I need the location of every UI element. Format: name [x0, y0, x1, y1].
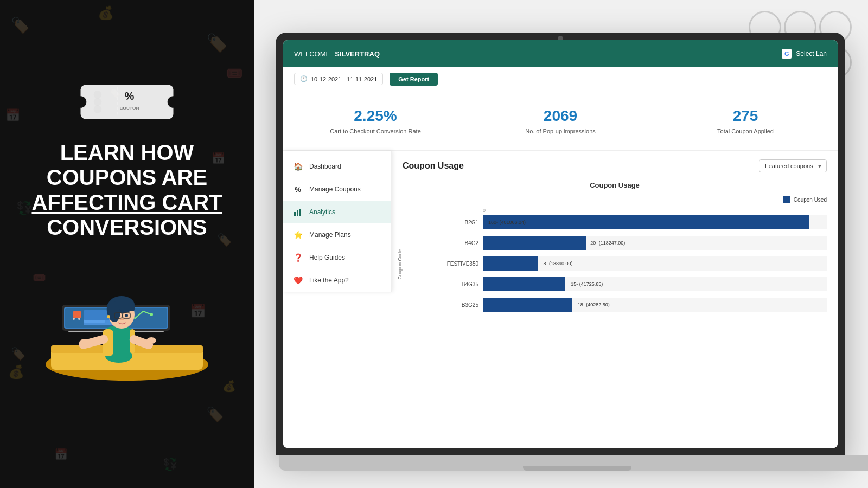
sidebar-item-like-app-label: Like the App? — [309, 277, 349, 284]
bar-value: 20- (118247.00) — [590, 240, 625, 246]
stats-row: 2.25% Cart to Checkout Conversion Rate 2… — [283, 91, 838, 151]
right-panel: WELCOME SILVERTRAQ G Select Lan 🕐 10-12-… — [254, 0, 868, 488]
svg-point-8 — [94, 105, 101, 113]
bar-label: B3G25 — [435, 302, 478, 308]
bar-track: 20- (118247.00) — [483, 236, 827, 250]
stat-label-conversion: Cart to Checkout Conversion Rate — [330, 128, 421, 134]
headline-line2: COUPONS ARE — [47, 165, 207, 189]
svg-text:COUPON: COUPON — [120, 106, 139, 111]
svg-text:%: % — [125, 90, 135, 102]
stat-value-popup: 2069 — [544, 107, 577, 125]
sidebar-item-manage-plans-label: Manage Plans — [309, 231, 351, 239]
sidebar-item-help-guides-label: Help Guides — [309, 254, 345, 261]
chart-legend: Coupon Used — [403, 196, 827, 203]
left-panel: 🏷️ 🏷️ 💰 🎟️ 📅 📅 💱 🏷️ 🏷️ 💰 🏷️ 📅 💱 🎟️ 📅 🏷️ … — [0, 0, 254, 488]
headline: LEARN HOW COUPONS ARE AFFECTING CART CON… — [16, 140, 238, 240]
svg-rect-49 — [297, 210, 298, 216]
laptop-wrapper: WELCOME SILVERTRAQ G Select Lan 🕐 10-12-… — [276, 33, 868, 488]
sidebar-item-manage-plans[interactable]: ⭐ Manage Plans — [283, 223, 391, 246]
bar-row-b4g2: B4G2 20- (118247.00) — [435, 236, 827, 250]
bar-row-b4g35: B4G35 15- (41725.65) — [435, 277, 827, 291]
headline-line1: LEARN HOW — [60, 140, 194, 164]
zero-line: 0 — [435, 208, 827, 213]
svg-point-37 — [120, 318, 124, 320]
svg-point-35 — [117, 314, 120, 317]
content-title: Coupon Usage — [403, 161, 464, 171]
svg-point-41 — [78, 318, 80, 320]
bar-label: B4G35 — [435, 281, 478, 287]
laptop-base — [279, 455, 868, 471]
select-language[interactable]: Select Lan — [796, 50, 827, 57]
chart-title: Coupon Usage — [403, 181, 827, 189]
sidebar-item-analytics[interactable]: Analytics — [283, 201, 391, 223]
help-icon: ❓ — [293, 253, 303, 262]
stat-card-conversion: 2.25% Cart to Checkout Conversion Rate — [283, 91, 468, 150]
y-axis-label: Coupon Code — [397, 249, 403, 280]
bar-fill: 20- (118247.00) — [483, 236, 586, 250]
bar-value: 160- (401066.24) — [488, 220, 526, 225]
svg-point-7 — [94, 98, 101, 106]
sidebar-item-help-guides[interactable]: ❓ Help Guides — [283, 246, 391, 269]
sidebar-item-manage-coupons-label: Manage Coupons — [309, 185, 361, 193]
bar-track: 8- (18890.00) — [483, 256, 827, 271]
sidebar-item-manage-coupons[interactable]: % Manage Coupons — [283, 178, 391, 201]
app-header: WELCOME SILVERTRAQ G Select Lan — [283, 40, 838, 67]
bar-track: 160- (401066.24) — [483, 215, 827, 229]
bar-row-festive350: FESTIVE350 8- (18890.00) — [435, 256, 827, 271]
svg-point-38 — [107, 315, 110, 318]
left-content: % COUPON LEARN HOW COUPONS ARE AFFECTING… — [0, 75, 254, 381]
bar-label: B2G1 — [435, 220, 478, 226]
bar-label: B4G2 — [435, 240, 478, 246]
bar-track: 18- (40282.50) — [483, 298, 827, 312]
stat-label-coupon: Total Coupon Applied — [717, 128, 774, 134]
legend-color — [783, 196, 790, 203]
bar-fill — [483, 298, 572, 312]
calendar-icon: 🕐 — [300, 75, 308, 82]
svg-point-40 — [73, 318, 75, 320]
sidebar-item-dashboard[interactable]: 🏠 Dashboard — [283, 155, 391, 178]
bar-fill — [483, 256, 538, 271]
svg-point-6 — [94, 91, 101, 98]
character-illustration — [35, 251, 219, 381]
sidebar-item-analytics-label: Analytics — [309, 208, 335, 216]
laptop-frame: WELCOME SILVERTRAQ G Select Lan 🕐 10-12-… — [276, 33, 845, 455]
username: SILVERTRAQ — [335, 50, 380, 58]
filter-select[interactable]: Featured coupons — [759, 159, 827, 172]
app-header-left: WELCOME SILVERTRAQ — [294, 50, 380, 58]
svg-point-19 — [150, 313, 153, 316]
get-report-button[interactable]: Get Report — [390, 73, 438, 86]
date-bar: 🕐 10-12-2021 - 11-11-2021 Get Report — [283, 67, 838, 91]
bar-value: 8- (18890.00) — [543, 261, 572, 266]
dashboard-icon: 🏠 — [293, 162, 303, 171]
stat-value-conversion: 2.25% — [354, 107, 397, 125]
sidebar-item-like-app[interactable]: ❤️ Like the App? — [283, 269, 391, 292]
stat-card-coupon: 275 Total Coupon Applied — [653, 91, 838, 150]
main-layout: 🏠 Dashboard % Manage Coupons — [283, 151, 838, 448]
svg-rect-48 — [294, 212, 296, 216]
svg-point-27 — [146, 337, 156, 344]
date-range-input[interactable]: 🕐 10-12-2021 - 11-11-2021 — [294, 73, 383, 85]
stat-value-coupon: 275 — [733, 107, 758, 125]
google-icon: G — [782, 49, 792, 59]
sidebar-item-dashboard-label: Dashboard — [309, 163, 341, 170]
svg-rect-39 — [73, 311, 81, 318]
analytics-icon — [293, 207, 303, 217]
bar-label: FESTIVE350 — [435, 261, 478, 267]
coupon-icon: % COUPON — [78, 75, 176, 129]
bar-row-b2g1: B2G1 160- (401066.24) — [435, 215, 827, 229]
stat-label-popup: No. of Pop-up impressions — [525, 128, 596, 134]
welcome-prefix: WELCOME — [294, 50, 330, 58]
sidebar-nav: 🏠 Dashboard % Manage Coupons — [283, 151, 392, 292]
bar-value: 18- (40282.50) — [578, 302, 610, 307]
header-right[interactable]: G Select Lan — [782, 49, 827, 59]
bar-chart: Coupon Code 0 B2G1 160- (401066.24) — [403, 208, 827, 312]
bar-fill — [483, 277, 565, 291]
bar-fill: 160- (401066.24) — [483, 215, 809, 229]
legend-label: Coupon Used — [794, 197, 827, 203]
star-icon: ⭐ — [293, 230, 303, 240]
chart-container: Coupon Usage Coupon Used Coupon Code 0 — [403, 181, 827, 312]
stat-card-popup: 2069 No. of Pop-up impressions — [468, 91, 653, 150]
bar-value: 15- (41725.65) — [571, 281, 603, 287]
filter-wrapper[interactable]: Featured coupons ▼ — [759, 159, 827, 172]
headline-line3: AFFECTING CART — [31, 190, 222, 214]
